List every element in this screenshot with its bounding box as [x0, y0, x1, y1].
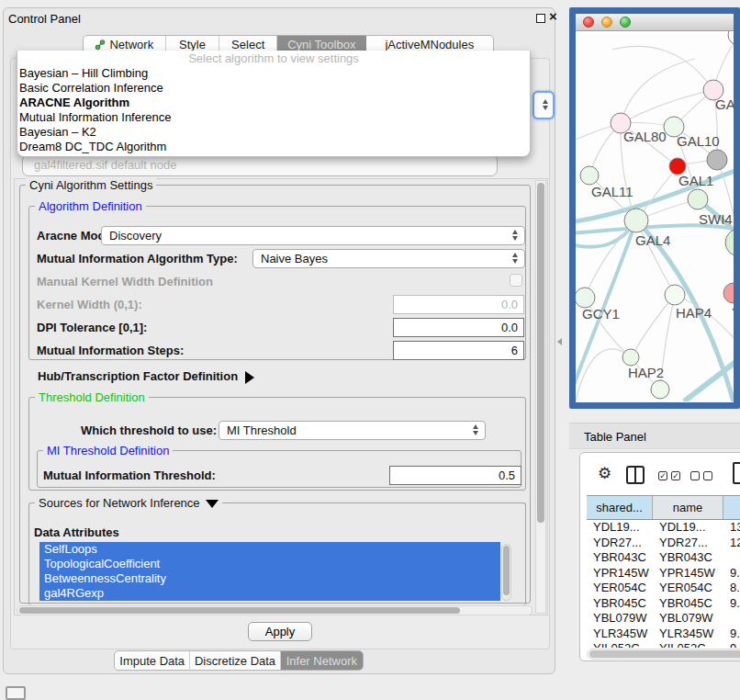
network-view-window[interactable]: GALGAL80GAL10GAL1GAL11SWI4GAL4GCY1HAP4YH… [569, 7, 740, 409]
scrollbar-thumb[interactable] [19, 607, 460, 614]
table-row[interactable]: YIL052C YIL052C 9. [587, 641, 740, 648]
table-row[interactable]: YDR27... YDR27... 12 [587, 536, 740, 551]
algorithm-option[interactable]: Bayesian – Hill Climbing [17, 66, 530, 81]
node-label-gal1: GAL1 [678, 173, 713, 188]
data-attributes-label: Data Attributes [34, 525, 119, 539]
table-row[interactable]: YLR345W YLR345W 9. [587, 627, 740, 642]
table-row[interactable]: YPR145W YPR145W 9. [587, 566, 740, 581]
node-attribute-combo[interactable]: gal4filtered.sif default node [22, 154, 498, 176]
scrollbar-thumb[interactable] [503, 546, 510, 595]
settings-horizontal-scrollbar[interactable] [17, 605, 533, 615]
mi-threshold-field[interactable]: 0.5 [389, 466, 521, 485]
mi-steps-field[interactable]: 6 [393, 341, 524, 360]
collapse-arrow-icon[interactable] [206, 500, 219, 508]
algorithm-option[interactable]: Bayesian – K2 [17, 125, 530, 140]
table-row[interactable]: YBR045C YBR045C 9. [587, 596, 740, 612]
inference-algorithm-combo-fragment[interactable] [533, 91, 555, 119]
algorithm-option[interactable]: ARACNE Algorithm [17, 96, 530, 110]
expand-arrow-icon[interactable] [245, 371, 254, 384]
attribute-list-item[interactable]: SelfLoops [39, 542, 500, 557]
group-title: Threshold Definition [35, 390, 149, 404]
float-panel-icon[interactable] [536, 14, 545, 23]
tab-impute-data[interactable]: Impute Data [115, 651, 190, 670]
scrollbar-thumb[interactable] [537, 183, 544, 523]
manual-kernel-width-label: Manual Kernel Width Definition [37, 275, 213, 288]
kernel-width-field[interactable]: 0.0 [393, 295, 524, 314]
network-node-swi4[interactable] [688, 189, 708, 209]
table-row[interactable]: YBR043C YBR043C [587, 550, 740, 566]
attribute-list-item[interactable]: gal4RGexp [39, 586, 500, 601]
tab-infer-network[interactable]: Infer Network [281, 651, 363, 670]
mi-algorithm-type-label: Mutual Information Algorithm Type: [37, 252, 238, 265]
zoom-window-icon[interactable] [620, 17, 631, 28]
table-horizontal-scrollbar[interactable] [587, 649, 740, 660]
node-label-gal: GAL [715, 96, 734, 112]
aracne-mode-combo[interactable]: Discovery [101, 226, 525, 245]
combo-spinner-icon [512, 253, 518, 264]
panel-splitter-handle[interactable] [557, 338, 562, 345]
network-node-y[interactable] [723, 283, 734, 303]
table-row[interactable]: YBL079W YBL079W [587, 611, 740, 627]
column-header-shared-name[interactable]: shared... [587, 496, 653, 519]
apply-button[interactable]: Apply [248, 622, 312, 641]
close-window-icon[interactable] [583, 17, 594, 28]
combo-spinner-icon [473, 424, 478, 435]
network-node[interactable] [725, 229, 734, 256]
algorithm-option[interactable]: Dream8 DC_TDC Algorithm [17, 140, 530, 154]
settings-vertical-scrollbar[interactable] [535, 180, 546, 614]
column-header-name[interactable]: name [653, 496, 723, 519]
node-label-hap4: HAP4 [676, 305, 712, 321]
attribute-list-item[interactable]: BetweennessCentrality [39, 571, 500, 586]
which-threshold-combo[interactable]: MI Threshold [219, 421, 486, 440]
attributes-scrollbar[interactable] [501, 544, 511, 601]
mi-algorithm-type-combo[interactable]: Naive Bayes [252, 249, 525, 268]
network-edge[interactable] [612, 46, 713, 90]
group-title[interactable]: Sources for Network Inference [35, 496, 222, 510]
attribute-list-item[interactable]: TopologicalCoefficient [39, 557, 500, 571]
deselect-all-columns-icon[interactable] [690, 471, 712, 480]
node-label-gal11: GAL11 [591, 184, 633, 199]
document-icon[interactable] [733, 462, 740, 484]
cyni-algorithm-settings-group: Cyni Algorithm Settings Algorithm Defini… [19, 185, 531, 604]
algorithm-list: Bayesian – Hill ClimbingBasic Correlatio… [17, 66, 530, 154]
algorithm-option[interactable]: Mutual Information Inference [17, 110, 530, 125]
dpi-tolerance-label: DPI Tolerance [0,1]: [37, 321, 147, 334]
tab-discretize-data[interactable]: Discretize Data [190, 651, 280, 670]
gear-icon[interactable]: ⚙ [598, 464, 611, 483]
sources-group: Sources for Network Inference Data Attri… [28, 502, 526, 605]
network-node[interactable] [707, 150, 727, 170]
algorithm-definition-group: Algorithm Definition Aracne Mode: Discov… [28, 206, 526, 360]
column-header-partial[interactable] [723, 496, 740, 519]
collapsed-panel-icon[interactable] [6, 686, 26, 700]
network-node-gal4[interactable] [624, 209, 648, 232]
combo-spinner-icon [543, 99, 548, 110]
table-row[interactable]: YDL19... YDL19... 13 [587, 520, 740, 536]
split-view-icon[interactable] [626, 466, 645, 484]
network-node-hap2[interactable] [622, 349, 639, 366]
minimize-window-icon[interactable] [601, 17, 612, 28]
hub-transcription-section[interactable]: Hub/Transcription Factor Definition [38, 369, 254, 384]
network-edge[interactable] [621, 59, 695, 123]
network-node-gal11[interactable] [580, 166, 599, 185]
threshold-definition-group: Threshold Definition Which threshold to … [28, 397, 526, 491]
cyni-bottom-tabs: Impute Data Discretize Data Infer Networ… [114, 650, 364, 671]
mi-steps-label: Mutual Information Steps: [37, 344, 184, 357]
data-attributes-list: SelfLoopsTopologicalCoefficientBetweenne… [39, 542, 500, 603]
network-node[interactable] [728, 31, 734, 45]
network-node-gcy1[interactable] [576, 288, 595, 308]
node-label-gal10: GAL10 [677, 133, 720, 149]
network-window-titlebar[interactable] [576, 14, 734, 31]
panel-title: Control Panel [8, 12, 81, 26]
scrollbar-thumb[interactable] [589, 650, 740, 658]
table-row[interactable]: YER054C YER054C 8. [587, 581, 740, 596]
network-node[interactable] [651, 380, 669, 399]
select-all-columns-icon[interactable]: ✓✓ [658, 471, 680, 480]
algorithm-option[interactable]: Basic Correlation Inference [17, 81, 530, 96]
network-canvas[interactable]: GALGAL80GAL10GAL1GAL11SWI4GAL4GCY1HAP4YH… [576, 31, 734, 402]
table-panel-title: Table Panel [584, 430, 646, 444]
network-node-hap4[interactable] [665, 285, 685, 305]
manual-kernel-width-checkbox[interactable] [510, 274, 522, 287]
group-title: MI Threshold Definition [43, 444, 173, 457]
close-panel-icon[interactable]: × [549, 8, 557, 24]
dpi-tolerance-field[interactable]: 0.0 [393, 318, 524, 337]
